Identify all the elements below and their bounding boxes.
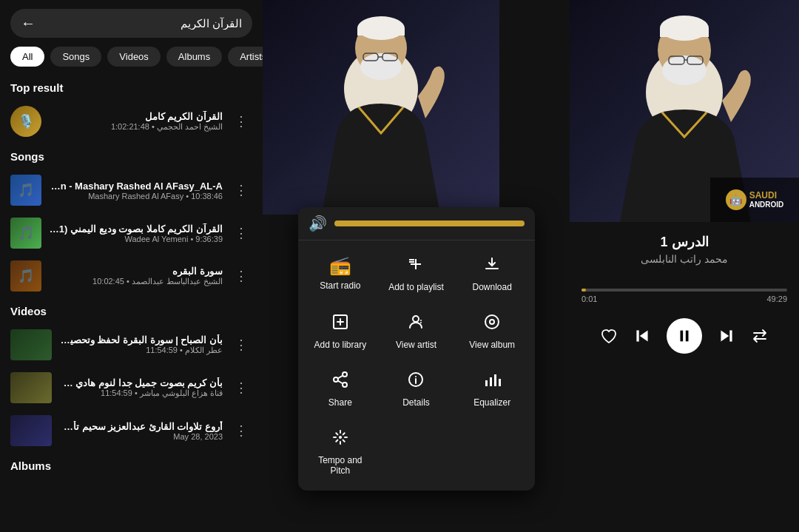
view-album-action[interactable]: View album xyxy=(457,306,527,357)
top-result-more[interactable]: ⋮ xyxy=(230,110,252,132)
svg-point-19 xyxy=(343,372,347,377)
share-icon xyxy=(331,371,349,393)
start-radio-icon: 📻 xyxy=(329,255,351,276)
share-label: Share xyxy=(328,397,352,408)
view-album-label: View album xyxy=(469,340,515,350)
top-result-item[interactable]: 🎙️ القرآن الكريم كامل الشيخ احمد الحجمي … xyxy=(0,100,263,143)
song-info-3: سورة البقره الشيخ عبدالباسط عبدالصمد • 1… xyxy=(49,266,223,286)
svg-line-22 xyxy=(337,381,343,384)
sidebar: ← All Songs Videos Albums Artists Top re… xyxy=(0,0,263,532)
top-result-sub: الشيخ احمد الحجمي • 1:02:21:48 xyxy=(49,122,223,132)
context-song-bar xyxy=(334,220,525,226)
song-more-3[interactable]: ⋮ xyxy=(230,265,252,287)
add-library-label: Add to library xyxy=(314,340,366,350)
svg-rect-30 xyxy=(499,379,501,386)
filter-albums[interactable]: Albums xyxy=(166,47,222,67)
song-avatar-2: 🎵 xyxy=(10,218,41,249)
album-art xyxy=(263,0,499,215)
filter-all[interactable]: All xyxy=(10,47,44,67)
video-title-1: بأن الصباح | سورة البقرة لحفظ وتحصين الم… xyxy=(59,334,223,346)
video-info-2: بأن كريم بصوت جميل جدا لنوم هادي 😊 هزاع … xyxy=(59,377,223,398)
details-label: Details xyxy=(402,397,430,408)
progress-track[interactable] xyxy=(581,289,787,292)
filter-tabs: All Songs Videos Albums Artists xyxy=(0,47,263,74)
context-song-row: 🔊 xyxy=(298,207,535,240)
video-more-2[interactable]: ⋮ xyxy=(230,377,252,399)
filter-songs[interactable]: Songs xyxy=(50,47,101,67)
tempo-pitch-icon xyxy=(331,428,349,451)
details-icon xyxy=(407,371,425,393)
view-artist-action[interactable]: View artist xyxy=(381,306,451,357)
video-title-3: أروع تلاوات القارئ عبدالعزيز سحيم تأخذك … xyxy=(59,421,223,432)
song-thumb-3: 🎵 xyxy=(10,260,41,292)
song-avatar-3: 🎵 xyxy=(10,260,41,292)
track-title: الدرس 1 xyxy=(581,234,787,250)
back-icon[interactable]: ← xyxy=(21,15,36,32)
song-item-2[interactable]: 🎵 القرآن الكريم كاملا بصوت وديع اليمني (… xyxy=(0,212,263,255)
details-action[interactable]: Details xyxy=(381,363,451,415)
add-to-playlist-action[interactable]: Add to playlist xyxy=(381,248,451,300)
filter-artists[interactable]: Artists xyxy=(228,47,263,67)
volume-icon: 🔊 xyxy=(309,215,327,232)
song-info-1: Quran - Mashary Rashed Al AFasy_AL-A... … xyxy=(49,181,223,201)
progress-times: 0:01 49:29 xyxy=(581,294,787,303)
svg-marker-45 xyxy=(721,330,729,341)
equalizer-action[interactable]: Equalizer xyxy=(457,363,527,415)
skip-back-button[interactable] xyxy=(633,326,652,346)
svg-rect-29 xyxy=(494,374,496,386)
song-title-3: سورة البقره xyxy=(49,266,223,277)
svg-point-17 xyxy=(485,315,499,329)
video-item-2[interactable]: بأن كريم بصوت جميل جدا لنوم هادي 😊 هزاع … xyxy=(0,366,263,409)
sidebar-content: Top result 🎙️ القرآن الكريم كامل الشيخ ا… xyxy=(0,74,263,532)
video-thumb-1 xyxy=(10,329,52,360)
view-artist-icon xyxy=(407,313,425,335)
context-actions-grid: 📻 Start radio Add to playlist Download xyxy=(298,240,535,491)
top-result-heading: Top result xyxy=(0,74,263,100)
progress-bar-container: 0:01 49:29 xyxy=(570,289,799,312)
skip-forward-button[interactable] xyxy=(717,326,736,346)
like-button[interactable] xyxy=(600,327,618,345)
tempo-pitch-action[interactable]: Tempo and Pitch xyxy=(306,421,376,483)
track-artist: محمد راتب النابلسى xyxy=(581,253,787,265)
song-more-2[interactable]: ⋮ xyxy=(230,222,252,244)
song-sub-1: Mashary Rashed Al AFasy • 10:38:46 xyxy=(49,192,223,201)
svg-rect-46 xyxy=(729,330,732,341)
video-more-1[interactable]: ⋮ xyxy=(230,334,252,356)
repeat-button[interactable] xyxy=(751,327,769,345)
song-item-3[interactable]: 🎵 سورة البقره الشيخ عبدالباسط عبدالصمد •… xyxy=(0,255,263,297)
svg-rect-27 xyxy=(485,380,488,386)
top-result-title: القرآن الكريم كامل xyxy=(49,111,223,122)
now-playing-info: الدرس 1 محمد راتب النابلسى xyxy=(570,222,799,289)
share-action[interactable]: Share xyxy=(306,363,376,415)
song-more-1[interactable]: ⋮ xyxy=(230,179,252,201)
video-title-2: بأن كريم بصوت جميل جدا لنوم هادي 😊 هزاع … xyxy=(59,377,223,388)
svg-point-15 xyxy=(420,320,422,321)
right-panel: 🤖 SAUDI ANDROID الدرس 1 محمد راتب النابل… xyxy=(570,0,799,532)
add-library-icon xyxy=(331,313,349,335)
song-avatar-1: 🎵 xyxy=(10,175,41,206)
start-radio-action[interactable]: 📻 Start radio xyxy=(306,248,376,300)
top-result-thumb: 🎙️ xyxy=(10,106,41,137)
video-sub-2: قناة هزاع البلوشي مباشر • 11:54:59 xyxy=(59,388,223,398)
video-more-3[interactable]: ⋮ xyxy=(230,420,252,442)
play-pause-button[interactable] xyxy=(667,318,702,354)
song-title-1: Quran - Mashary Rashed Al AFasy_AL-A... xyxy=(49,181,223,192)
view-album-icon xyxy=(483,313,501,335)
video-item-3[interactable]: أروع تلاوات القارئ عبدالعزيز سحيم تأخذك … xyxy=(0,409,263,452)
song-item-1[interactable]: 🎵 Quran - Mashary Rashed Al AFasy_AL-A..… xyxy=(0,169,263,212)
top-result-avatar: 🎙️ xyxy=(10,106,41,137)
video-info-1: بأن الصباح | سورة البقرة لحفظ وتحصين الم… xyxy=(59,334,223,355)
search-bar[interactable]: ← xyxy=(10,9,252,38)
time-current: 0:01 xyxy=(581,294,597,303)
download-label: Download xyxy=(472,282,511,292)
svg-rect-42 xyxy=(636,330,638,341)
player-controls xyxy=(570,312,799,360)
now-playing-art: 🤖 SAUDI ANDROID xyxy=(570,0,799,222)
add-to-library-action[interactable]: Add to library xyxy=(306,306,376,357)
search-input[interactable] xyxy=(43,17,242,30)
filter-videos[interactable]: Videos xyxy=(107,47,161,67)
svg-line-23 xyxy=(337,376,343,379)
view-artist-label: View artist xyxy=(396,340,436,350)
video-item-1[interactable]: بأن الصباح | سورة البقرة لحفظ وتحصين الم… xyxy=(0,323,263,366)
download-action[interactable]: Download xyxy=(457,248,527,300)
